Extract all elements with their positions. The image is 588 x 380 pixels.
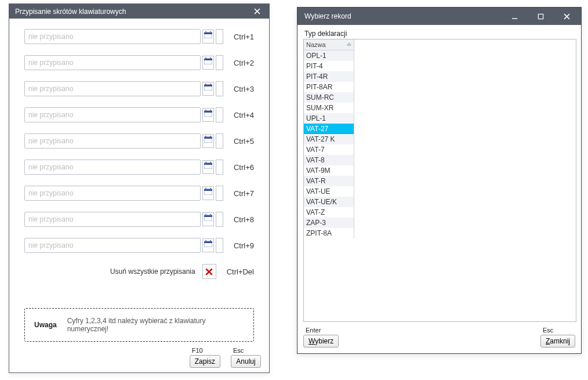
list-item[interactable]: PIT-4R	[304, 71, 354, 82]
svg-rect-14	[205, 110, 206, 111]
close-button-footer[interactable]: Zamknij	[540, 335, 575, 348]
shortcut-input[interactable]	[24, 81, 201, 96]
svg-rect-18	[205, 136, 206, 137]
shortcut-row: Ctrl+4	[24, 107, 254, 122]
shortcut-input[interactable]	[24, 238, 201, 253]
aux-button[interactable]	[216, 238, 223, 253]
list-item[interactable]: VAT-27	[304, 124, 354, 134]
lookup-button[interactable]	[202, 160, 214, 174]
choose-mnemonic: W	[308, 337, 315, 345]
choose-hint: Enter	[306, 327, 321, 334]
aux-button[interactable]	[216, 107, 223, 122]
note-box: Uwaga Cyfry 1,2,3,4 itd należy wybierać …	[24, 308, 254, 342]
list-item[interactable]: UPL-1	[304, 113, 354, 124]
calendar-icon	[204, 162, 212, 169]
lookup-button[interactable]	[202, 238, 214, 252]
list-item[interactable]: VAT-9M	[304, 165, 354, 176]
svg-rect-6	[205, 57, 206, 59]
titlebar-right: Wybierz rekord	[297, 8, 581, 25]
maximize-button[interactable]	[528, 8, 554, 24]
cancel-hint: Esc	[233, 347, 244, 354]
shortcut-input[interactable]	[24, 186, 201, 201]
list-item[interactable]: ZAP-3	[304, 218, 354, 228]
shortcut-row: Ctrl+7	[24, 186, 254, 201]
lookup-button[interactable]	[202, 186, 214, 200]
aux-button[interactable]	[216, 160, 223, 175]
shortcut-input[interactable]	[24, 55, 201, 70]
svg-rect-7	[210, 57, 211, 59]
svg-rect-34	[205, 240, 206, 242]
delete-all-button[interactable]	[202, 264, 216, 279]
shortcut-input[interactable]	[24, 160, 201, 175]
list-item[interactable]: SUM-RC	[304, 92, 354, 103]
list-item[interactable]: VAT-R	[304, 176, 354, 186]
calendar-icon	[204, 188, 212, 195]
aux-button[interactable]	[216, 81, 223, 96]
shortcut-label: Ctrl+6	[234, 163, 254, 172]
svg-rect-10	[205, 84, 206, 85]
aux-button[interactable]	[216, 186, 223, 201]
minimize-icon	[511, 13, 518, 20]
shortcut-label: Ctrl+1	[234, 32, 254, 41]
shortcut-row: Ctrl+6	[24, 160, 254, 175]
svg-rect-15	[210, 110, 211, 111]
svg-rect-2	[205, 31, 206, 33]
svg-rect-36	[512, 18, 517, 19]
note-text: Cyfry 1,2,3,4 itd należy wybierać z klaw…	[67, 317, 244, 333]
note-heading: Uwaga	[34, 321, 57, 329]
aux-button[interactable]	[216, 29, 223, 44]
shortcut-input[interactable]	[24, 212, 201, 227]
lookup-button[interactable]	[202, 30, 214, 44]
calendar-icon	[204, 84, 212, 91]
lookup-button[interactable]	[202, 56, 214, 70]
minimize-button[interactable]	[502, 8, 528, 24]
cancel-button[interactable]: Anuluj	[231, 355, 261, 368]
lookup-button[interactable]	[202, 212, 214, 226]
shortcut-input[interactable]	[24, 107, 201, 122]
close-icon	[564, 13, 570, 20]
list-item[interactable]: VAT-7	[304, 144, 354, 155]
list-item[interactable]: ZPIT-8A	[304, 228, 354, 238]
save-hint: F10	[192, 347, 203, 354]
column-header-name[interactable]: Nazwa	[304, 39, 354, 50]
shortcut-row: Ctrl+8	[24, 212, 254, 227]
svg-rect-37	[538, 14, 543, 19]
close-button[interactable]	[554, 8, 580, 24]
lookup-button[interactable]	[202, 108, 214, 122]
close-hint: Esc	[543, 327, 553, 334]
list-item[interactable]: VAT-8	[304, 155, 354, 165]
calendar-icon	[204, 31, 212, 38]
list-item[interactable]: SUM-XR	[304, 103, 354, 113]
shortcut-assignment-window: Przypisanie skrótów klawiaturowych Ctrl+…	[9, 3, 270, 373]
window-title: Wybierz rekord	[304, 12, 351, 20]
close-button[interactable]	[248, 5, 266, 18]
shortcut-label: Ctrl+2	[234, 59, 254, 67]
shortcut-label: Ctrl+3	[234, 85, 254, 93]
shortcut-input[interactable]	[24, 133, 201, 149]
list-item[interactable]: OPL-1	[304, 50, 354, 61]
list-item[interactable]: VAT-UE/K	[304, 197, 354, 207]
aux-button[interactable]	[216, 55, 223, 70]
list-item[interactable]: VAT-27 K	[304, 134, 354, 144]
delete-all-label: Usuń wszystkie przypisania	[110, 267, 195, 276]
choose-button[interactable]: Wybierz	[303, 335, 339, 348]
svg-rect-31	[210, 214, 211, 216]
list-item[interactable]: VAT-Z	[304, 207, 354, 218]
shortcut-input[interactable]	[24, 29, 201, 44]
aux-button[interactable]	[216, 212, 223, 227]
field-label: Typ deklaracji	[304, 30, 575, 38]
lookup-button[interactable]	[202, 82, 214, 96]
list-item[interactable]: PIT-4	[304, 61, 354, 71]
svg-rect-27	[210, 188, 211, 190]
calendar-icon	[204, 214, 212, 221]
aux-button[interactable]	[216, 133, 223, 149]
list-item[interactable]: PIT-8AR	[304, 82, 354, 92]
shortcut-label: Ctrl+4	[234, 111, 254, 120]
close-icon	[254, 8, 260, 15]
lookup-button[interactable]	[202, 134, 214, 148]
save-button[interactable]: Zapisz	[190, 355, 220, 368]
delete-shortcut-label: Ctrl+Del	[227, 267, 254, 276]
calendar-icon	[204, 240, 212, 247]
sort-indicator-icon	[347, 42, 351, 46]
list-item[interactable]: VAT-UE	[304, 186, 354, 197]
